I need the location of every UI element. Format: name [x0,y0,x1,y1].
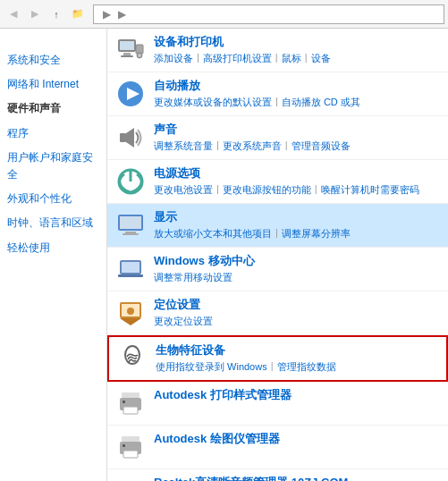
category-title-devices[interactable]: 设备和打印机 [154,34,441,50]
cat-link-devices-2[interactable]: 鼠标 [282,52,301,65]
category-row-mobility: Windows 移动中心调整常用移动设置 [107,248,448,291]
sidebar-item-6[interactable]: 时钟、语言和区域 [0,211,106,235]
category-links-mobility: 调整常用移动设置 [154,271,441,284]
category-row-display: 显示放大或缩小文本和其他项目 | 调整屏幕分辨率 [107,204,448,248]
link-sep-devices-3: | [305,52,308,65]
category-icon-mobility [114,253,147,285]
category-icon-biometric [116,342,148,375]
category-icon-display [114,209,147,241]
sidebar-item-3[interactable]: 程序 [0,122,106,146]
cat-link-sound-1[interactable]: 更改系统声音 [223,139,282,153]
link-sep-biometric-1: | [271,360,274,374]
cat-link-biometric-1[interactable]: 管理指纹数据 [277,360,336,374]
category-row-autodesk-print: Autodesk 打印样式管理器 [107,382,448,426]
cat-link-devices-1[interactable]: 高级打印机设置 [203,52,272,65]
toolbar: ◀ ▶ ↑ 📁 ▶ ▶ [0,0,448,29]
svg-rect-1 [120,41,134,50]
cat-link-devices-0[interactable]: 添加设备 [154,52,193,65]
category-row-realtek: Realtek高清晰音频管理器 10ZJ.COM [107,469,448,481]
category-icon-power [114,165,147,198]
cat-link-display-1[interactable]: 调整屏幕分辨率 [282,227,351,240]
sidebar-item-1[interactable]: 网络和 Internet [0,72,106,97]
back-icon: ◀ [10,8,17,20]
category-content-autodesk-print: Autodesk 打印样式管理器 [154,387,441,403]
up-icon: ↑ [54,9,59,20]
sidebar-items: 系统和安全网络和 Internet硬件和声音程序用户帐户和家庭安全外观和个性化时… [0,48,106,260]
category-links-devices: 添加设备 | 高级打印机设置 | 鼠标 | 设备 [154,52,441,65]
cat-link-display-0[interactable]: 放大或缩小文本和其他项目 [154,227,272,240]
link-sep-display-1: | [275,227,278,240]
category-content-location: 定位设置更改定位设置 [154,297,441,328]
category-content-biometric: 生物特征设备使用指纹登录到 Windows | 管理指纹数据 [156,342,439,374]
category-title-power[interactable]: 电源选项 [154,165,441,181]
sidebar: 系统和安全网络和 Internet硬件和声音程序用户帐户和家庭安全外观和个性化时… [0,29,107,481]
svg-rect-15 [123,233,139,235]
cat-link-power-2[interactable]: 唤醒计算机时需要密码 [321,183,419,197]
category-links-power: 更改电池设置 | 更改电源按钮的功能 | 唤醒计算机时需要密码 [154,183,441,197]
category-title-location[interactable]: 定位设置 [154,297,441,313]
category-title-mobility[interactable]: Windows 移动中心 [154,253,441,269]
svg-rect-27 [122,436,139,442]
sidebar-item-0[interactable]: 系统和安全 [0,48,106,72]
back-button[interactable]: ◀ [4,4,23,24]
cat-link-power-0[interactable]: 更改电池设置 [154,183,213,197]
sidebar-item-5[interactable]: 外观和个性化 [0,187,106,211]
up-button[interactable]: ↑ [46,4,66,24]
category-title-autodesk-plot[interactable]: Autodesk 绘图仪管理器 [154,431,441,447]
category-icon-sound [114,122,147,154]
category-title-autoplay[interactable]: 自动播放 [154,78,441,94]
category-row-biometric: 生物特征设备使用指纹登录到 Windows | 管理指纹数据 [107,335,448,382]
folder-icon-btn[interactable]: 📁 [68,4,88,24]
link-sep-autoplay-1: | [275,96,278,109]
breadcrumb: ▶ ▶ [93,4,444,24]
category-icon-autoplay [114,78,147,110]
category-title-biometric[interactable]: 生物特征设备 [156,342,439,359]
cat-link-sound-2[interactable]: 管理音频设备 [292,139,351,153]
category-content-autodesk-plot: Autodesk 绘图仪管理器 [154,431,441,447]
main-layout: 系统和安全网络和 Internet硬件和声音程序用户帐户和家庭安全外观和个性化时… [0,29,448,481]
svg-rect-3 [121,55,133,57]
svg-point-21 [127,308,134,315]
category-content-display: 显示放大或缩小文本和其他项目 | 调整屏幕分辨率 [154,209,441,240]
category-title-autodesk-print[interactable]: Autodesk 打印样式管理器 [154,387,441,403]
content-area: 设备和打印机添加设备 | 高级打印机设置 | 鼠标 | 设备自动播放更改媒体或设… [107,29,448,481]
category-content-mobility: Windows 移动中心调整常用移动设置 [154,253,441,284]
forward-button[interactable]: ▶ [25,4,45,24]
category-title-sound[interactable]: 声音 [154,122,441,138]
cat-link-location-0[interactable]: 更改定位设置 [154,315,213,328]
cat-link-power-1[interactable]: 更改电源按钮的功能 [223,183,311,197]
cat-link-autoplay-0[interactable]: 更改媒体或设备的默认设置 [154,96,272,109]
svg-rect-13 [120,216,141,229]
category-links-location: 更改定位设置 [154,315,441,328]
category-row-location: 定位设置更改定位设置 [107,291,448,335]
svg-rect-17 [122,262,139,273]
cat-link-devices-3[interactable]: 设备 [311,52,331,65]
category-content-sound: 声音调整系统音量 | 更改系统声音 | 管理音频设备 [154,122,441,153]
cat-link-mobility-0[interactable]: 调整常用移动设置 [154,271,232,284]
svg-rect-18 [118,274,143,277]
svg-rect-30 [123,444,125,447]
category-icon-devices [114,34,147,66]
sidebar-item-4[interactable]: 用户帐户和家庭安全 [0,146,106,187]
sidebar-item-2: 硬件和声音 [0,97,106,121]
category-content-autoplay: 自动播放更改媒体或设备的默认设置 | 自动播放 CD 或其 [154,78,441,109]
link-sep-sound-2: | [285,139,288,153]
svg-point-6 [139,55,141,57]
category-title-display[interactable]: 显示 [154,209,441,225]
svg-marker-10 [126,128,134,148]
category-links-display: 放大或缩小文本和其他项目 | 调整屏幕分辨率 [154,227,441,240]
category-row-sound: 声音调整系统音量 | 更改系统声音 | 管理音频设备 [107,116,448,160]
category-icon-autodesk-print [114,387,147,419]
folder-icon: 📁 [72,8,84,20]
link-sep-devices-1: | [197,52,199,65]
category-links-autoplay: 更改媒体或设备的默认设置 | 自动播放 CD 或其 [154,96,441,109]
sidebar-item-7[interactable]: 轻松使用 [0,236,106,260]
sidebar-home[interactable] [0,36,106,43]
category-title-realtek[interactable]: Realtek高清晰音频管理器 10ZJ.COM [154,475,441,481]
cat-link-sound-0[interactable]: 调整系统音量 [154,139,213,153]
cat-link-autoplay-1[interactable]: 自动播放 CD 或其 [282,96,360,109]
category-links-sound: 调整系统音量 | 更改系统声音 | 管理音频设备 [154,139,441,153]
cat-link-biometric-0[interactable]: 使用指纹登录到 Windows [156,360,267,374]
breadcrumb-sep1: ▶ [103,8,111,21]
category-icon-autodesk-plot [114,431,147,463]
